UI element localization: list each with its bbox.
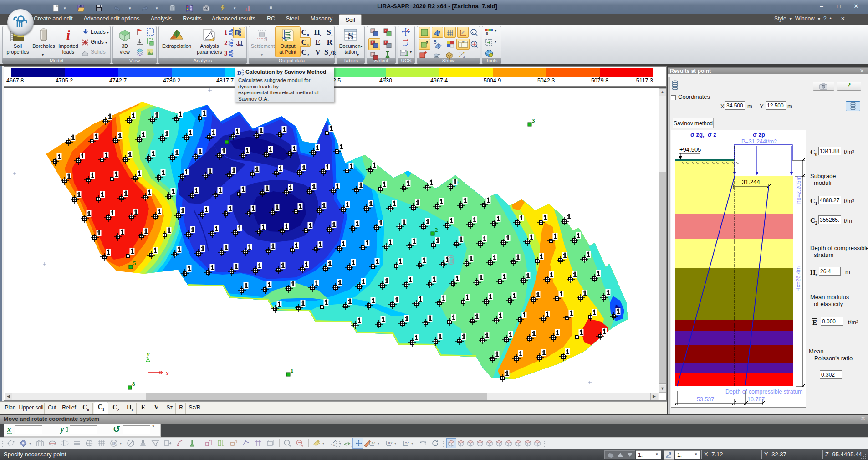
svg-text:ho=2.205m: ho=2.205m (796, 176, 802, 204)
svg-text:XY: XY (388, 441, 393, 445)
svg-text:5: 5 (133, 260, 136, 266)
svg-text:Hc=26.4m: Hc=26.4m (795, 266, 802, 291)
svg-text:6: 6 (229, 135, 232, 142)
svg-text:3: 3 (426, 41, 428, 45)
svg-text:S: S (348, 30, 353, 41)
svg-text:10.787: 10.787 (747, 396, 765, 403)
svg-text:D: D (237, 69, 241, 76)
svg-text:YZ: YZ (405, 441, 409, 445)
svg-text:2: 2 (224, 39, 228, 46)
svg-text:3: 3 (224, 50, 228, 57)
svg-text:53.537: 53.537 (697, 396, 714, 403)
svg-text:y: y (146, 351, 150, 358)
svg-text:1: 1 (459, 51, 461, 55)
svg-text:3: 3 (532, 117, 535, 124)
svg-text:1: 1 (291, 367, 294, 374)
svg-text:S: S (264, 36, 267, 42)
svg-text:1: 1 (224, 29, 228, 36)
svg-text:σ zp: σ zp (753, 131, 765, 138)
svg-text:σ zg, σ z: σ zg, σ z (690, 131, 716, 138)
svg-text:EF: EF (112, 441, 116, 445)
svg-text:P=31.244t/m2: P=31.244t/m2 (741, 138, 777, 145)
svg-text:0: 0 (486, 31, 488, 36)
svg-text:w: w (462, 41, 465, 43)
svg-text:i: i (66, 27, 71, 42)
svg-text:+94.505: +94.505 (679, 146, 701, 153)
svg-text:8: 8 (132, 380, 135, 387)
svg-text:x: x (165, 370, 169, 377)
svg-text:Depth of compressible stratum: Depth of compressible stratum (725, 388, 803, 395)
svg-text:2: 2 (463, 55, 465, 58)
svg-text:XZ: XZ (371, 441, 376, 445)
svg-text:31.244: 31.244 (742, 179, 760, 185)
svg-text:5: 5 (434, 40, 437, 45)
svg-text:2: 2 (435, 226, 438, 233)
